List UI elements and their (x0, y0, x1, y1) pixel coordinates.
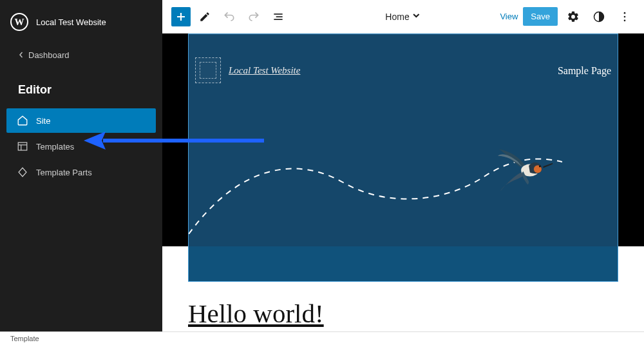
sidebar-header: W Local Test Website (0, 0, 162, 45)
svg-point-12 (539, 166, 541, 168)
sidebar-nav: Site Templates Template Parts (0, 108, 162, 184)
topbar-actions: View Save (500, 6, 635, 27)
styles-button[interactable] (589, 6, 609, 27)
sidebar-site-title: Local Test Website (36, 17, 106, 27)
sidebar-item-label: Templates (36, 142, 74, 152)
layout-icon (17, 141, 28, 152)
template-selector[interactable]: Home (385, 11, 421, 22)
template-label: Home (385, 12, 409, 22)
chevron-down-icon (412, 11, 421, 22)
list-view-button[interactable] (268, 6, 289, 27)
chevron-left-icon (18, 50, 24, 60)
save-button[interactable]: Save (523, 7, 558, 26)
svg-point-7 (624, 12, 626, 14)
hero-nav-item[interactable]: Sample Page (558, 65, 611, 77)
svg-point-9 (624, 19, 626, 21)
more-menu-button[interactable] (614, 6, 635, 27)
svg-point-8 (624, 15, 626, 17)
svg-rect-0 (18, 143, 27, 150)
wordpress-logo-icon[interactable]: W (10, 13, 28, 31)
undo-button[interactable] (219, 6, 240, 27)
view-link[interactable]: View (500, 12, 518, 21)
home-icon (17, 115, 28, 126)
settings-button[interactable] (563, 6, 583, 27)
sidebar-item-site[interactable]: Site (6, 108, 156, 133)
editor-topbar: Home View Save (162, 0, 644, 34)
add-block-button[interactable] (171, 7, 191, 26)
hero-cover-block[interactable]: Local Test Website Sample Page (188, 34, 618, 282)
diamond-icon (17, 166, 28, 178)
sidebar-item-label: Site (36, 116, 50, 126)
editor-heading: Editor (0, 65, 162, 108)
edit-tool-button[interactable] (194, 6, 215, 27)
back-label: Dashboard (28, 50, 70, 60)
breadcrumb-footer[interactable]: Template (0, 331, 644, 345)
block-selection-overlay (189, 246, 618, 281)
sidebar-item-label: Template Parts (36, 168, 92, 177)
editor-sidebar: W Local Test Website Dashboard Editor Si… (0, 0, 162, 331)
site-logo-placeholder[interactable] (195, 57, 221, 83)
editor-canvas[interactable]: Local Test Website Sample Page Hello wor… (162, 34, 644, 331)
sidebar-item-template-parts[interactable]: Template Parts (6, 160, 156, 184)
hero-site-title[interactable]: Local Test Website (229, 65, 300, 76)
sidebar-item-templates[interactable]: Templates (6, 134, 156, 159)
redo-button[interactable] (243, 6, 264, 27)
breadcrumb-item: Template (10, 335, 39, 342)
post-title[interactable]: Hello world! (188, 298, 324, 329)
back-to-dashboard[interactable]: Dashboard (0, 45, 162, 65)
hummingbird-illustration (498, 148, 553, 193)
topbar-tools (171, 6, 289, 27)
